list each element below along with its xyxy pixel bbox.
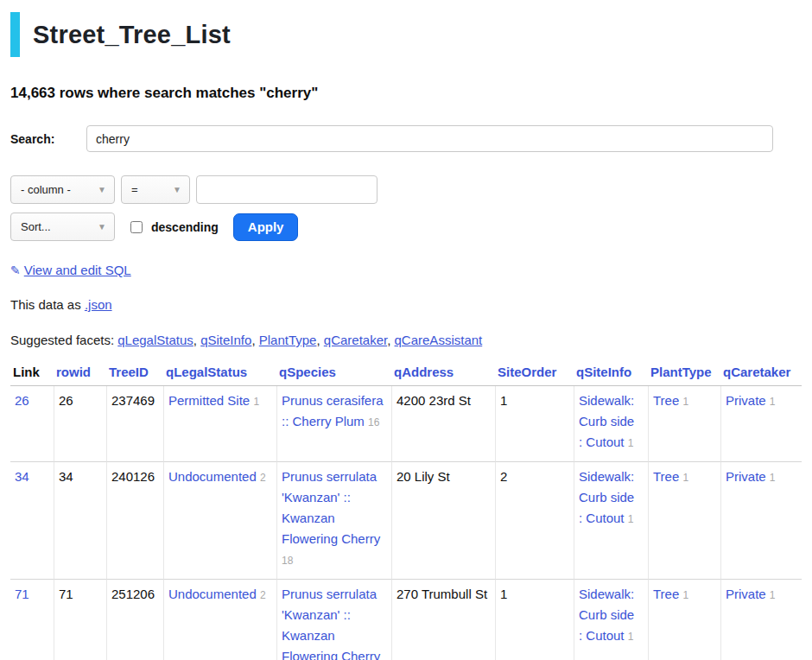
- row-link[interactable]: 26: [15, 393, 29, 408]
- facet-link-qcareassistant[interactable]: qCareAssistant: [395, 333, 483, 347]
- cell-qlegalstatus: Undocumented 2: [163, 580, 276, 660]
- facet-count: 1: [628, 631, 634, 643]
- facet-value-link[interactable]: Tree: [653, 469, 679, 484]
- filter-row: - column - ▼ = ▼: [10, 175, 802, 204]
- cell-rowid: 26: [54, 386, 106, 462]
- cell-link: 34: [10, 462, 54, 580]
- cell-treeid: 240126: [106, 462, 163, 580]
- facet-value-link[interactable]: Undocumented: [168, 469, 257, 484]
- chevron-down-icon: ▼: [98, 185, 106, 194]
- cell-qaddress: 4200 23rd St: [391, 386, 495, 462]
- column-header-qaddress[interactable]: qAddress: [391, 362, 495, 386]
- sort-select-value: Sort...: [21, 220, 51, 233]
- table-header-row: Link rowid TreeID qLegalStatus qSpecies …: [10, 362, 802, 386]
- edit-sql-row: ✎View and edit SQL: [10, 263, 802, 277]
- view-edit-sql-link[interactable]: View and edit SQL: [24, 263, 131, 277]
- facet-count: 2: [260, 589, 266, 601]
- cell-qspecies: Prunus serrulata 'Kwanzan' :: Kwanzan Fl…: [276, 462, 391, 580]
- facet-count: 18: [282, 555, 293, 567]
- cell-qaddress: 20 Lily St: [391, 462, 495, 580]
- column-header-link: Link: [10, 362, 54, 386]
- facet-value-link[interactable]: Sidewalk: Curb side : Cutout: [579, 587, 634, 643]
- search-label: Search:: [10, 132, 86, 146]
- cell-treeid: 237469: [106, 386, 163, 462]
- descending-label: descending: [151, 220, 219, 234]
- column-header-qcaretaker[interactable]: qCaretaker: [720, 362, 802, 386]
- cell-qcaretaker: Private 1: [720, 580, 802, 660]
- facet-value-link[interactable]: Prunus serrulata 'Kwanzan' :: Kwanzan Fl…: [282, 587, 380, 660]
- column-select-value: - column -: [21, 183, 71, 196]
- apply-button[interactable]: Apply: [233, 213, 299, 241]
- facet-count: 1: [682, 472, 688, 484]
- cell-qcaretaker: Private 1: [720, 386, 802, 462]
- facet-count: 1: [253, 396, 259, 408]
- cell-qlegalstatus: Undocumented 2: [163, 462, 276, 580]
- facet-count: 1: [770, 472, 776, 484]
- cell-planttype: Tree 1: [648, 386, 720, 462]
- facet-value-link[interactable]: Tree: [653, 393, 679, 408]
- column-header-rowid[interactable]: rowid: [54, 362, 106, 386]
- data-as-prefix: This data as: [10, 297, 85, 312]
- cell-rowid: 34: [54, 462, 106, 580]
- descending-checkbox[interactable]: [130, 221, 143, 233]
- sort-row: Sort... ▼ descending Apply: [10, 213, 802, 241]
- facet-link-qcaretaker[interactable]: qCaretaker: [324, 333, 387, 347]
- facet-count: 1: [682, 396, 688, 408]
- facet-count: 16: [368, 416, 379, 428]
- cell-link: 26: [10, 386, 54, 462]
- sort-select[interactable]: Sort... ▼: [10, 213, 115, 241]
- operator-select-value: =: [131, 183, 138, 196]
- facet-count: 1: [682, 589, 688, 601]
- cell-siteorder: 2: [495, 462, 574, 580]
- page-header: Street_Tree_List: [10, 12, 802, 57]
- page-title: Street_Tree_List: [33, 21, 231, 49]
- column-header-planttype[interactable]: PlantType: [648, 362, 720, 386]
- row-link[interactable]: 34: [15, 469, 29, 484]
- table-row: 26 26 237469 Permitted Site 1 Prunus cer…: [10, 386, 802, 462]
- facet-link-qlegalstatus[interactable]: qLegalStatus: [117, 333, 193, 347]
- facet-link-planttype[interactable]: PlantType: [259, 333, 317, 347]
- json-link[interactable]: .json: [85, 297, 112, 312]
- cell-qcaretaker: Private 1: [720, 462, 802, 580]
- suggested-facets-row: Suggested facets: qLegalStatusqSiteInfoP…: [10, 333, 802, 347]
- cell-link: 71: [10, 580, 54, 660]
- table-row: 34 34 240126 Undocumented 2 Prunus serru…: [10, 462, 802, 580]
- chevron-down-icon: ▼: [173, 185, 181, 194]
- facet-value-link[interactable]: Sidewalk: Curb side : Cutout: [579, 393, 634, 449]
- column-header-siteorder[interactable]: SiteOrder: [495, 362, 574, 386]
- chevron-down-icon: ▼: [98, 222, 106, 232]
- cell-qsiteinfo: Sidewalk: Curb side : Cutout 1: [574, 580, 648, 660]
- row-link[interactable]: 71: [15, 587, 29, 601]
- cell-planttype: Tree 1: [648, 580, 720, 660]
- cell-qaddress: 270 Trumbull St: [391, 580, 495, 660]
- data-as-row: This data as .json: [10, 297, 802, 312]
- column-header-treeid[interactable]: TreeID: [106, 362, 163, 386]
- facet-value-link[interactable]: Sidewalk: Curb side : Cutout: [579, 469, 634, 525]
- column-header-qlegalstatus[interactable]: qLegalStatus: [163, 362, 276, 386]
- table-row: 71 71 251206 Undocumented 2 Prunus serru…: [10, 580, 802, 660]
- facet-value-link[interactable]: Undocumented: [168, 587, 257, 601]
- search-form: Search:: [10, 125, 802, 152]
- facet-link-qsiteinfo[interactable]: qSiteInfo: [200, 333, 251, 347]
- facet-value-link[interactable]: Permitted Site: [168, 393, 250, 408]
- facet-value-link[interactable]: Private: [726, 587, 766, 601]
- filter-value-input[interactable]: [196, 175, 377, 204]
- column-header-qspecies[interactable]: qSpecies: [276, 362, 391, 386]
- facet-value-link[interactable]: Prunus serrulata 'Kwanzan' :: Kwanzan Fl…: [282, 469, 380, 546]
- facet-count: 2: [260, 472, 266, 484]
- cell-qsiteinfo: Sidewalk: Curb side : Cutout 1: [574, 462, 648, 580]
- facet-value-link[interactable]: Private: [726, 393, 766, 408]
- cell-treeid: 251206: [106, 580, 163, 660]
- column-header-qsiteinfo[interactable]: qSiteInfo: [574, 362, 648, 386]
- facet-value-link[interactable]: Private: [726, 469, 766, 484]
- facets-prefix: Suggested facets:: [10, 333, 117, 347]
- results-table: Link rowid TreeID qLegalStatus qSpecies …: [10, 362, 802, 660]
- operator-select[interactable]: = ▼: [121, 175, 190, 204]
- facet-value-link[interactable]: Tree: [653, 587, 679, 601]
- column-select[interactable]: - column - ▼: [10, 175, 115, 204]
- search-input[interactable]: [86, 125, 773, 152]
- facet-count: 1: [770, 589, 776, 601]
- cell-siteorder: 1: [495, 386, 574, 462]
- cell-qlegalstatus: Permitted Site 1: [163, 386, 276, 462]
- facet-count: 1: [628, 437, 634, 449]
